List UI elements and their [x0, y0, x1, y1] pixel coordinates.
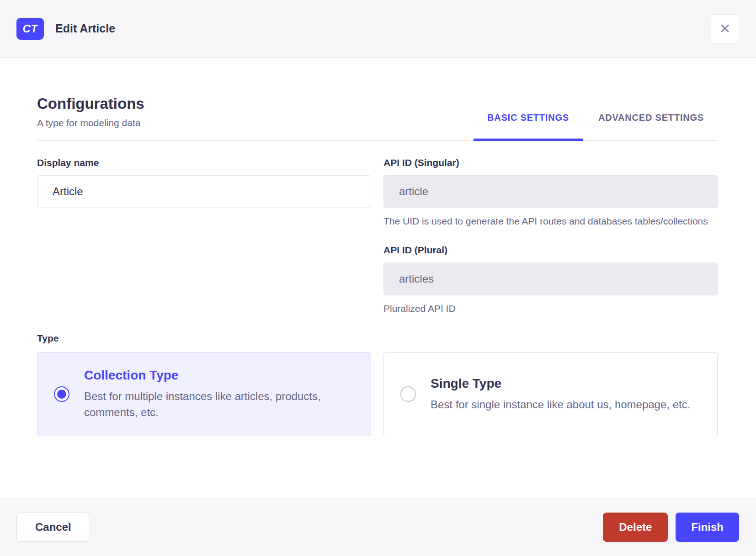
single-type-option[interactable]: Single Type Best for single instance lik… — [383, 352, 718, 436]
close-button[interactable]: ✕ — [711, 14, 739, 43]
cancel-button[interactable]: Cancel — [16, 513, 90, 542]
api-id-singular-field: API ID (Singular) The UID is used to gen… — [383, 157, 718, 228]
collection-type-texts: Collection Type Best for multiple instan… — [84, 368, 354, 420]
api-id-fields: API ID (Singular) The UID is used to gen… — [383, 157, 718, 315]
content-type-badge-icon: CT — [16, 18, 44, 40]
collection-type-title: Collection Type — [84, 368, 354, 383]
api-id-singular-input — [383, 175, 718, 208]
tab-advanced-settings[interactable]: ADVANCED SETTINGS — [585, 112, 718, 140]
collection-type-description: Best for multiple instances like article… — [84, 388, 354, 420]
single-type-title: Single Type — [431, 376, 690, 391]
display-name-field: Display name — [37, 157, 371, 315]
display-name-label: Display name — [37, 157, 371, 168]
collection-type-option[interactable]: Collection Type Best for multiple instan… — [37, 352, 371, 436]
api-id-plural-label: API ID (Plural) — [383, 245, 718, 256]
page-title: Configurations — [37, 95, 144, 112]
edit-content-type-modal: CT Edit Article ✕ Configurations A type … — [0, 0, 756, 556]
tab-basic-settings[interactable]: BASIC SETTINGS — [474, 112, 583, 140]
single-type-description: Best for single instance like about us, … — [431, 396, 690, 412]
close-icon: ✕ — [719, 22, 730, 36]
single-type-texts: Single Type Best for single instance lik… — [431, 376, 690, 412]
delete-button[interactable]: Delete — [603, 513, 668, 542]
config-titles: Configurations A type for modeling data — [37, 95, 144, 140]
api-id-singular-hint: The UID is used to generate the API rout… — [383, 214, 718, 228]
config-header: Configurations A type for modeling data … — [37, 95, 718, 141]
settings-tabs: BASIC SETTINGS ADVANCED SETTINGS — [474, 112, 718, 140]
type-section-label: Type — [37, 333, 718, 344]
modal-footer: Cancel Delete Finish — [0, 498, 756, 556]
modal-title: Edit Article — [55, 22, 115, 35]
finish-button[interactable]: Finish — [676, 513, 739, 542]
page-subtitle: A type for modeling data — [37, 118, 144, 128]
radio-unselected-icon[interactable] — [400, 386, 416, 402]
radio-selected-icon[interactable] — [54, 386, 69, 402]
modal-header: CT Edit Article ✕ — [0, 0, 756, 58]
api-id-plural-field: API ID (Plural) Pluralized API ID — [383, 245, 718, 315]
api-id-singular-label: API ID (Singular) — [383, 157, 718, 168]
type-label-text: Type — [37, 333, 718, 344]
api-id-plural-input — [383, 262, 718, 295]
display-name-input[interactable] — [37, 175, 371, 208]
configuration-form: Display name API ID (Singular) The UID i… — [37, 157, 718, 436]
api-id-plural-hint: Pluralized API ID — [383, 301, 718, 315]
modal-body: Configurations A type for modeling data … — [0, 58, 756, 498]
